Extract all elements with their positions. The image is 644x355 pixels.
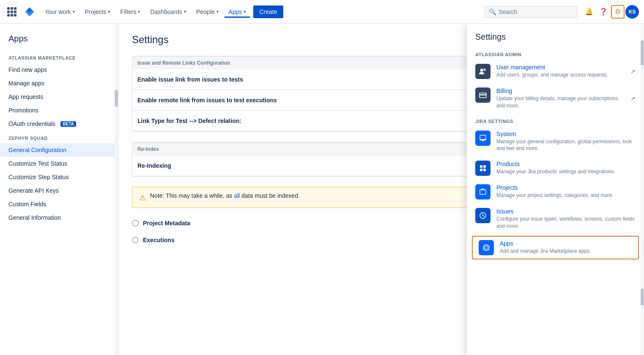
external-link-icon: ↗ bbox=[630, 68, 636, 75]
sidebar-item-manage-apps[interactable]: Manage apps bbox=[0, 76, 118, 90]
nav-dashboards[interactable]: Dashboards ▾ bbox=[146, 6, 190, 18]
sidebar-item-app-requests[interactable]: App requests bbox=[0, 90, 118, 104]
dropdown-section-jira: JIRA SETTINGS bbox=[467, 114, 644, 126]
products-icon bbox=[475, 161, 491, 176]
svg-point-14 bbox=[483, 245, 489, 251]
dropdown-item-billing[interactable]: Billing Update your billing details, man… bbox=[467, 83, 644, 114]
apps-icon bbox=[479, 240, 494, 255]
sidebar-section-marketplace: ATLASSIAN MARKETPLACE bbox=[0, 50, 118, 63]
issues-text: Issues Configure your issue types, workf… bbox=[496, 208, 636, 230]
settings-button[interactable]: ⚙ bbox=[611, 5, 625, 19]
svg-rect-5 bbox=[480, 139, 486, 140]
nav-your-work[interactable]: Your work ▾ bbox=[41, 6, 79, 18]
dropdown-scrollbar-thumb-top bbox=[641, 40, 644, 66]
dropdown-item-projects[interactable]: Projects Manage your project settings, c… bbox=[467, 180, 644, 204]
dropdown-item-user-management[interactable]: User management Add users, groups, and m… bbox=[467, 60, 644, 83]
sidebar-item-find-new-apps[interactable]: Find new apps bbox=[0, 63, 118, 76]
billing-text: Billing Update your billing details, man… bbox=[496, 87, 625, 109]
grid-icon bbox=[7, 7, 16, 16]
radio-project-metadata[interactable] bbox=[132, 220, 139, 227]
chevron-down-icon: ▾ bbox=[108, 9, 110, 14]
nav-apps[interactable]: Apps ▾ bbox=[225, 6, 250, 18]
chevron-down-icon: ▾ bbox=[184, 9, 186, 14]
user-management-text: User management Add users, groups, and m… bbox=[496, 64, 625, 79]
reindex-note-text: Note: This may take a while, as all data… bbox=[150, 192, 300, 199]
dropdown-item-system[interactable]: System Manage your general configuration… bbox=[467, 126, 644, 157]
svg-rect-7 bbox=[480, 165, 482, 168]
projects-icon bbox=[475, 184, 491, 199]
sidebar-item-test-status[interactable]: Customize Test Status bbox=[0, 157, 118, 170]
nav-projects[interactable]: Projects ▾ bbox=[81, 6, 115, 18]
topnav-icons: 🔔 ❓ ⚙ KS bbox=[582, 5, 639, 19]
sidebar-item-oauth[interactable]: OAuth credentials BETA bbox=[0, 117, 118, 131]
warning-icon: ⚠ bbox=[139, 193, 146, 202]
system-text: System Manage your general configuration… bbox=[496, 131, 636, 153]
apps-text: Apps Add and manage Jira Marketplace app… bbox=[500, 240, 632, 255]
dropdown-scrollbar[interactable] bbox=[641, 24, 644, 355]
svg-point-1 bbox=[484, 69, 486, 71]
svg-rect-8 bbox=[483, 165, 486, 168]
sidebar-scrollbar[interactable] bbox=[115, 24, 118, 355]
nav-filters[interactable]: Filters ▾ bbox=[116, 6, 144, 18]
sidebar-title: Apps bbox=[0, 30, 118, 50]
grid-menu-button[interactable] bbox=[5, 5, 19, 19]
svg-rect-6 bbox=[482, 140, 484, 141]
notifications-button[interactable]: 🔔 bbox=[582, 5, 596, 19]
user-avatar[interactable]: KS bbox=[625, 5, 639, 19]
chevron-down-icon: ▾ bbox=[216, 9, 219, 14]
beta-badge: BETA bbox=[60, 121, 76, 127]
products-text: Products Manage your Jira products' sett… bbox=[496, 161, 636, 175]
dropdown-item-products[interactable]: Products Manage your Jira products' sett… bbox=[467, 156, 644, 180]
create-button[interactable]: Create bbox=[253, 5, 283, 18]
all-link[interactable]: all bbox=[234, 192, 240, 199]
sidebar-item-promotions[interactable]: Promotions bbox=[0, 104, 118, 117]
external-link-icon: ↗ bbox=[630, 95, 636, 102]
sidebar-scrollbar-thumb bbox=[115, 90, 118, 107]
sidebar-section-zephyr: ZEPHYR SQUAD bbox=[0, 131, 118, 143]
dropdown-scrollbar-thumb-bot bbox=[641, 289, 644, 306]
settings-dropdown: Settings ATLASSIAN ADMIN User management… bbox=[466, 24, 644, 355]
dropdown-item-issues[interactable]: Issues Configure your issue types, workf… bbox=[467, 204, 644, 234]
nav-people[interactable]: People ▾ bbox=[192, 6, 223, 18]
svg-rect-3 bbox=[480, 94, 486, 96]
issues-icon bbox=[475, 208, 491, 223]
jira-logo[interactable] bbox=[24, 6, 36, 18]
svg-rect-10 bbox=[483, 169, 486, 171]
search-icon: 🔍 bbox=[489, 8, 496, 15]
chevron-down-icon: ▾ bbox=[244, 9, 246, 14]
dropdown-item-apps[interactable]: Apps Add and manage Jira Marketplace app… bbox=[472, 236, 639, 259]
projects-text: Projects Manage your project settings, c… bbox=[496, 184, 636, 199]
sidebar: Apps ATLASSIAN MARKETPLACE Find new apps… bbox=[0, 24, 118, 355]
system-icon bbox=[475, 131, 491, 146]
chevron-down-icon: ▾ bbox=[73, 9, 75, 14]
topnav: Your work ▾ Projects ▾ Filters ▾ Dashboa… bbox=[0, 0, 644, 24]
help-button[interactable]: ❓ bbox=[597, 5, 610, 19]
svg-point-0 bbox=[480, 69, 483, 72]
user-management-icon bbox=[475, 64, 491, 79]
search-box[interactable]: 🔍 Search bbox=[484, 6, 577, 18]
svg-rect-11 bbox=[480, 190, 486, 194]
svg-rect-4 bbox=[480, 135, 486, 139]
chevron-down-icon: ▾ bbox=[138, 9, 140, 14]
sidebar-item-general-config[interactable]: General Configuration bbox=[0, 143, 118, 157]
radio-executions[interactable] bbox=[132, 237, 139, 243]
billing-icon bbox=[475, 87, 491, 103]
search-placeholder: Search bbox=[499, 8, 517, 15]
svg-rect-9 bbox=[480, 169, 482, 171]
sidebar-item-general-info[interactable]: General Information bbox=[0, 211, 118, 224]
sidebar-item-step-status[interactable]: Customize Step Status bbox=[0, 170, 118, 184]
sidebar-item-api-keys[interactable]: Generate API Keys bbox=[0, 184, 118, 197]
sidebar-item-custom-fields[interactable]: Custom Fields bbox=[0, 197, 118, 211]
svg-point-13 bbox=[485, 246, 488, 249]
dropdown-section-admin: ATLASSIAN ADMIN bbox=[467, 47, 644, 60]
dropdown-title: Settings bbox=[467, 24, 644, 47]
